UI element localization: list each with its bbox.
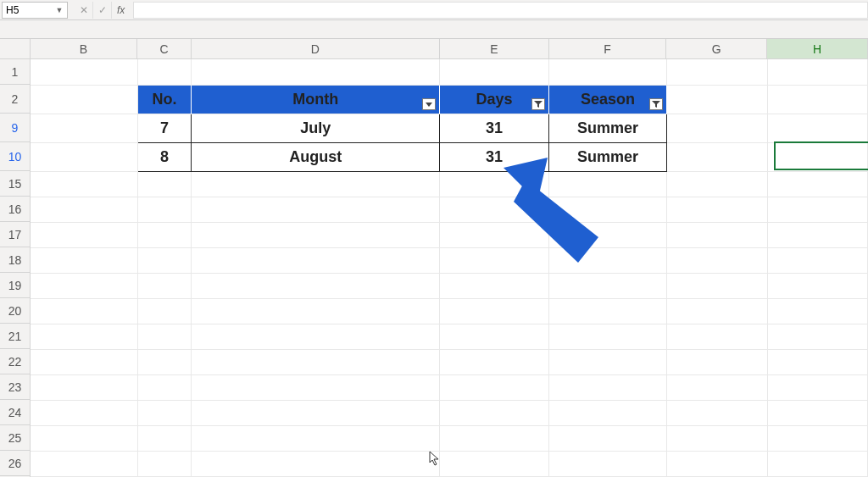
cell[interactable] [549,451,667,476]
filter-dropdown-icon[interactable] [422,98,436,110]
formula-input[interactable] [133,2,868,19]
cell[interactable] [767,324,867,349]
cell[interactable] [440,400,549,425]
table-header-no[interactable]: No. [137,85,192,114]
cell[interactable] [767,425,867,451]
table-header-season[interactable]: Season [549,85,667,114]
cell[interactable] [137,374,192,400]
row-header[interactable]: 1 [0,59,30,85]
cell[interactable] [440,247,549,273]
cell[interactable] [667,142,767,171]
table-cell[interactable]: July [192,114,440,142]
col-header-g[interactable]: G [666,39,767,58]
cell[interactable] [549,197,667,222]
row-header[interactable]: 23 [0,374,30,400]
cell[interactable] [767,114,867,142]
cell[interactable] [31,171,137,197]
row-header[interactable]: 2 [0,85,30,114]
cell[interactable] [440,273,549,298]
cell[interactable] [31,298,137,324]
cell[interactable] [137,171,192,197]
cell[interactable] [31,197,137,222]
cell[interactable] [440,59,549,85]
filter-applied-icon[interactable] [531,98,545,110]
cell[interactable] [192,298,440,324]
cell[interactable] [667,349,767,374]
cell[interactable] [31,59,137,85]
cell[interactable] [767,142,867,171]
cell[interactable] [667,451,767,476]
cell[interactable] [549,273,667,298]
cell[interactable] [667,298,767,324]
cell[interactable] [440,222,549,247]
cell[interactable] [137,400,192,425]
cell[interactable] [192,247,440,273]
cell[interactable] [137,222,192,247]
cell[interactable] [192,59,440,85]
cell[interactable] [440,324,549,349]
cell[interactable] [549,400,667,425]
table-cell[interactable]: 31 [440,142,549,171]
row-header[interactable]: 19 [0,273,30,298]
row-header[interactable]: 21 [0,324,30,349]
cell[interactable] [440,451,549,476]
cell[interactable] [767,451,867,476]
table-cell[interactable]: Summer [549,142,667,171]
cell[interactable] [667,247,767,273]
table-cell[interactable]: August [192,142,440,171]
table-cell[interactable]: Summer [549,114,667,142]
col-header-c[interactable]: C [137,39,191,58]
cell[interactable] [440,374,549,400]
cell[interactable] [31,374,137,400]
cell[interactable] [549,374,667,400]
fx-label[interactable]: fx [112,4,130,16]
cell[interactable] [549,59,667,85]
table-cell[interactable]: 7 [137,114,192,142]
cell[interactable] [137,425,192,451]
col-header-f[interactable]: F [549,39,667,58]
cell[interactable] [767,85,867,114]
cell[interactable] [31,273,137,298]
cell[interactable] [667,171,767,197]
cell[interactable] [549,247,667,273]
cell[interactable] [440,197,549,222]
row-header[interactable]: 17 [0,222,30,247]
col-header-h[interactable]: H [767,39,868,58]
cell[interactable] [667,374,767,400]
cell[interactable] [549,425,667,451]
cell[interactable] [440,298,549,324]
cell[interactable] [137,298,192,324]
row-header[interactable]: 15 [0,171,30,197]
col-header-b[interactable]: B [31,39,138,58]
cell[interactable] [549,324,667,349]
cell[interactable] [31,222,137,247]
cell[interactable] [31,324,137,349]
cell[interactable] [440,349,549,374]
cell[interactable] [667,400,767,425]
cell[interactable] [192,197,440,222]
cell[interactable] [31,425,137,451]
cell[interactable] [31,349,137,374]
cell[interactable] [767,197,867,222]
col-header-d[interactable]: D [192,39,440,58]
row-header[interactable]: 10 [0,142,30,171]
cell[interactable] [137,59,192,85]
cell[interactable] [767,349,867,374]
cell[interactable] [192,374,440,400]
cell[interactable] [667,114,767,142]
cell[interactable] [137,451,192,476]
cell[interactable] [192,400,440,425]
cell[interactable] [192,451,440,476]
cell[interactable] [440,425,549,451]
cell[interactable] [31,85,137,114]
cell[interactable] [137,349,192,374]
cell[interactable] [549,222,667,247]
table-header-days[interactable]: Days [440,85,549,114]
cell[interactable] [192,349,440,374]
cell[interactable] [767,222,867,247]
cell[interactable] [667,324,767,349]
col-header-e[interactable]: E [440,39,549,58]
row-header[interactable]: 24 [0,400,30,425]
cell[interactable] [192,324,440,349]
cell[interactable] [667,425,767,451]
